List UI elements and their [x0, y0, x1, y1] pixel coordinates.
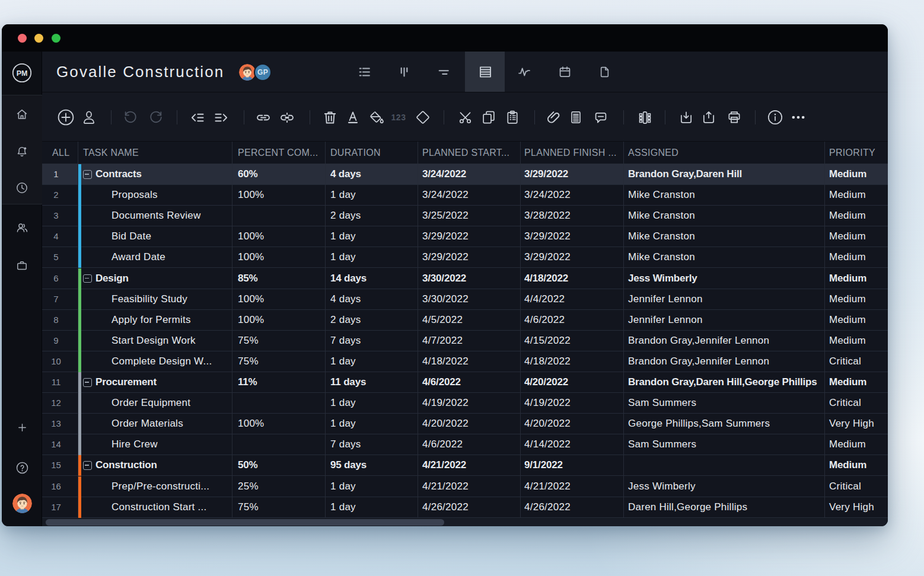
svg-text:PM: PM: [17, 69, 28, 78]
